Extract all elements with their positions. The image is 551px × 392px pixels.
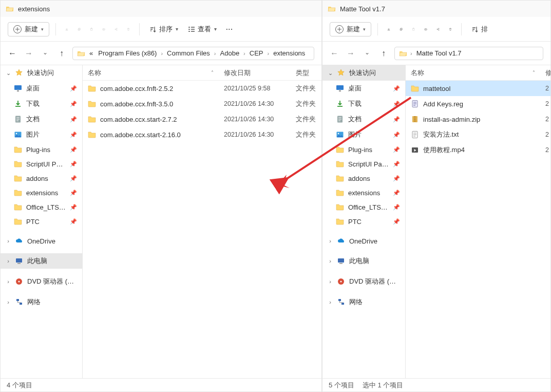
sidebar-item[interactable]: 文档📌 <box>1 111 82 127</box>
sidebar-this-pc[interactable]: ›此电脑 <box>1 253 82 269</box>
sidebar-item[interactable]: addons📌 <box>322 171 405 185</box>
pin-icon: 📌 <box>70 85 77 92</box>
back-button[interactable]: ← <box>8 49 17 58</box>
sidebar-network[interactable]: ›网络 <box>1 294 82 310</box>
file-date: 2 <box>540 146 550 154</box>
new-button-label: 新建 <box>25 25 38 34</box>
sidebar-item[interactable]: 桌面📌 <box>322 81 405 96</box>
new-button[interactable]: 新建 ▾ <box>8 22 49 36</box>
file-row[interactable]: install-as-admin.zip 2 <box>406 111 550 127</box>
sidebar-item[interactable]: 桌面📌 <box>1 81 82 96</box>
file-row[interactable]: 安装方法.txt 2 <box>406 127 550 142</box>
file-date: 2 <box>540 100 550 107</box>
sidebar-onedrive[interactable]: ›OneDrive <box>322 234 405 248</box>
breadcrumb-item[interactable]: Program Files (x86) <box>97 49 158 57</box>
sidebar-item[interactable]: 图片📌 <box>1 127 82 142</box>
cut-icon[interactable] <box>384 25 393 34</box>
file-row[interactable]: com.adobe.ccx.fnft-3.5.0 2021/10/26 14:3… <box>83 96 321 111</box>
file-row[interactable]: mattetool 2 <box>406 81 550 96</box>
breadcrumb[interactable]: « Program Files (x86)› Common Files› Ado… <box>72 47 314 60</box>
sort-indicator-icon: ˄ <box>533 70 535 76</box>
more-button[interactable]: ··· <box>223 23 236 35</box>
sidebar-item[interactable]: extensions📌 <box>322 185 405 200</box>
sidebar-item[interactable]: PTC📌 <box>1 214 82 229</box>
sidebar-item[interactable]: ScriptUI Panel📌 <box>1 157 82 171</box>
recent-down-icon[interactable]: ⌄ <box>41 49 50 58</box>
breadcrumb-item[interactable]: Adobe <box>219 49 241 57</box>
up-button[interactable]: ↑ <box>379 49 388 58</box>
sidebar-onedrive[interactable]: ›OneDrive <box>1 234 82 248</box>
sidebar-item[interactable]: 文档📌 <box>322 111 405 127</box>
sidebar-item[interactable]: extensions📌 <box>1 185 82 200</box>
sidebar-item[interactable]: 下载📌 <box>322 96 405 111</box>
back-button[interactable]: ← <box>330 49 339 58</box>
sidebar-this-pc[interactable]: ›此电脑 <box>322 253 405 269</box>
file-type: 文件夹 <box>291 115 321 124</box>
breadcrumb-item[interactable]: CEP <box>249 49 264 57</box>
file-row[interactable]: com.adobe.ccx.start-2.16.0 2021/10/26 14… <box>83 127 321 142</box>
column-date[interactable]: 修改日期 <box>219 68 291 78</box>
view-button[interactable]: 查看 ▾ <box>184 23 220 36</box>
file-row[interactable]: com.adobe.ccx.start-2.7.2 2021/10/26 14:… <box>83 111 321 127</box>
sidebar-item[interactable]: 下载📌 <box>1 96 82 111</box>
pin-icon: 📌 <box>393 190 400 196</box>
forward-button[interactable]: → <box>24 49 33 58</box>
sidebar-quick-access[interactable]: ⌄快速访问 <box>322 65 405 81</box>
column-name[interactable]: 名称˄ <box>406 68 540 78</box>
pin-icon: 📌 <box>393 101 400 107</box>
sidebar-item[interactable]: PTC📌 <box>322 214 405 229</box>
chevron-down-icon: ▾ <box>41 27 44 32</box>
sidebar-network[interactable]: ›网络 <box>322 294 405 310</box>
breadcrumb[interactable]: › Matte Tool v1.7 <box>394 47 543 60</box>
rename-icon[interactable] <box>99 25 108 34</box>
breadcrumb-item[interactable]: Common Files <box>166 49 211 57</box>
sidebar-item[interactable]: Plug-ins📌 <box>1 142 82 157</box>
sidebar-quick-access[interactable]: ⌄快速访问 <box>1 65 82 81</box>
forward-button[interactable]: → <box>346 49 355 58</box>
up-button[interactable]: ↑ <box>57 49 66 58</box>
plus-icon <box>13 25 22 33</box>
copy-icon[interactable] <box>74 25 84 34</box>
sidebar-dvd[interactable]: ›DVD 驱动器 (E:) Of <box>1 274 82 289</box>
column-date[interactable]: 修 <box>540 68 550 78</box>
file-date: 2021/10/26 14:30 <box>219 100 291 107</box>
delete-icon[interactable] <box>124 25 133 34</box>
file-row[interactable]: com.adobe.ccx.fnft-2.5.2 2021/10/25 9:58… <box>83 81 321 96</box>
sidebar-item[interactable]: Plug-ins📌 <box>322 142 405 157</box>
rename-icon[interactable] <box>421 25 430 34</box>
reg-icon <box>411 100 419 108</box>
breadcrumb-item[interactable]: extensions <box>272 49 306 57</box>
pin-icon: 📌 <box>393 218 400 225</box>
recent-down-icon[interactable]: ⌄ <box>363 49 372 58</box>
sidebar-item[interactable]: addons📌 <box>1 171 82 185</box>
file-row[interactable]: 使用教程.mp4 2 <box>406 142 550 158</box>
share-icon[interactable] <box>111 25 121 34</box>
column-type[interactable]: 类型 <box>291 68 321 78</box>
column-headers: 名称˄ 修 <box>406 65 550 81</box>
file-name: 安装方法.txt <box>423 130 459 139</box>
file-name: com.adobe.ccx.start-2.7.2 <box>100 116 177 123</box>
breadcrumb-item[interactable]: Matte Tool v1.7 <box>415 49 463 57</box>
pin-icon: 📌 <box>70 116 77 123</box>
share-icon[interactable] <box>433 25 443 34</box>
sidebar-dvd[interactable]: ›DVD 驱动器 (E:) Of <box>322 274 405 289</box>
sidebar-item[interactable]: 图片📌 <box>322 127 405 142</box>
pin-icon: 📌 <box>70 146 77 153</box>
sort-button[interactable]: 排序 ▾ <box>146 23 181 36</box>
file-row[interactable]: Add Keys.reg 2 <box>406 96 550 111</box>
sidebar-item[interactable]: Office_LTSC_ProP📌 <box>1 200 82 214</box>
sidebar-item[interactable]: ScriptUI Panel📌 <box>322 157 405 171</box>
new-button[interactable]: 新建 ▾ <box>330 22 371 36</box>
column-name[interactable]: 名称˄ <box>83 68 219 78</box>
delete-icon[interactable] <box>446 25 455 34</box>
view-label: 查看 <box>198 25 211 34</box>
sidebar-item[interactable]: Office_LTSC_ProP📌 <box>322 200 405 214</box>
paste-icon[interactable] <box>409 25 418 34</box>
file-list: 名称˄ 修 mattetool 2 Add Keys.reg 2 install… <box>406 65 550 378</box>
copy-icon[interactable] <box>396 25 406 34</box>
pin-icon: 📌 <box>70 218 77 225</box>
paste-icon[interactable] <box>87 25 96 34</box>
statusbar: 5 个项目 选中 1 个项目 <box>322 378 550 391</box>
cut-icon[interactable] <box>62 25 71 34</box>
sort-button[interactable]: 排 <box>468 23 491 36</box>
